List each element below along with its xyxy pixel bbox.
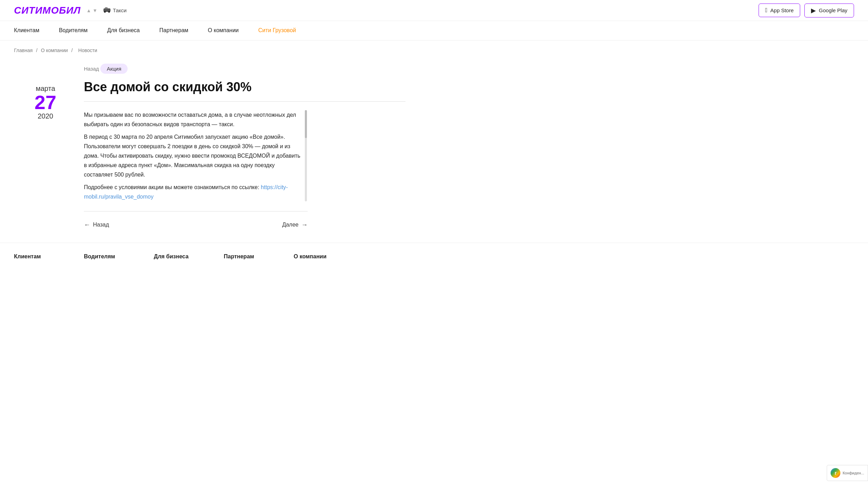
- taxi-label: Такси: [113, 7, 127, 13]
- nav-item-partners[interactable]: Партнерам: [150, 21, 198, 41]
- article-tag-badge[interactable]: Акция: [100, 64, 128, 74]
- scrollbar-track: [305, 110, 307, 201]
- arrow-down-icon: ▼: [93, 8, 98, 13]
- breadcrumb-home[interactable]: Главная: [14, 48, 33, 53]
- nav-item-company[interactable]: О компании: [198, 21, 249, 41]
- footer-col-business-title[interactable]: Для бизнеса: [154, 253, 224, 260]
- footer-col-drivers: Водителям: [84, 253, 154, 260]
- svg-rect-1: [105, 7, 108, 9]
- content-wrapper: марта 27 2020 Назад Акция Все домой со с…: [0, 57, 419, 243]
- nav-item-drivers[interactable]: Водителям: [49, 21, 97, 41]
- footer-nav: Клиентам Водителям Для бизнеса Партнерам…: [0, 243, 868, 270]
- googleplay-button[interactable]: ▶ Google Play: [804, 3, 854, 17]
- logo-siti: СИТИ: [14, 5, 43, 16]
- footer-col-business: Для бизнеса: [154, 253, 224, 260]
- article-paragraph-3-text: Подробнее с условиями акции вы можете оз…: [84, 184, 261, 190]
- breadcrumb-company[interactable]: О компании: [41, 48, 68, 53]
- taxi-button[interactable]: Такси: [103, 7, 127, 14]
- article-paragraph-3: Подробнее с условиями акции вы можете оз…: [84, 182, 301, 201]
- date-day: 27: [14, 93, 77, 112]
- nav-item-freight[interactable]: Сити Грузовой: [249, 21, 306, 41]
- header-right:  App Store ▶ Google Play: [759, 3, 854, 17]
- appstore-label: App Store: [770, 7, 794, 13]
- logo-arrows[interactable]: ▲ ▼: [86, 8, 98, 13]
- googleplay-label: Google Play: [819, 7, 847, 13]
- article-divider-top: [84, 101, 406, 102]
- arrow-left-icon: [84, 221, 90, 229]
- logo-mobil: МОБИЛ: [43, 5, 81, 16]
- back-link-top[interactable]: Назад: [84, 66, 99, 72]
- googleplay-icon: ▶: [811, 7, 816, 14]
- date-column: марта 27 2020: [14, 64, 77, 229]
- taxi-icon: [103, 7, 111, 14]
- appstore-button[interactable]:  App Store: [759, 3, 800, 17]
- apple-icon: : [765, 7, 768, 14]
- footer-col-company-title[interactable]: О компании: [294, 253, 364, 260]
- breadcrumb-sep2: /: [71, 48, 74, 53]
- nav-item-clients[interactable]: Клиентам: [14, 21, 49, 41]
- footer-col-company: О компании: [294, 253, 364, 260]
- article-navigation: Назад Далее: [84, 221, 308, 229]
- article-title: Все домой со скидкой 30%: [84, 79, 406, 94]
- footer-col-drivers-title[interactable]: Водителям: [84, 253, 154, 260]
- footer-col-clients-title[interactable]: Клиентам: [14, 253, 84, 260]
- footer-col-partners-title[interactable]: Партнерам: [224, 253, 294, 260]
- breadcrumb: Главная / О компании / Новости: [0, 41, 868, 57]
- breadcrumb-news: Новости: [78, 48, 97, 53]
- article-paragraph-2: В период с 30 марта по 20 апреля Ситимоб…: [84, 132, 301, 180]
- article-body-inner: Мы призываем вас по возможности оставать…: [84, 110, 301, 201]
- footer-col-partners: Партнерам: [224, 253, 294, 260]
- article-column: Назад Акция Все домой со скидкой 30% Мы …: [77, 64, 406, 229]
- site-header: СИТИМОБИЛ ▲ ▼ Такси  App Store ▶ Go: [0, 0, 868, 21]
- back-button-label: Назад: [93, 222, 109, 228]
- scrollbar-thumb[interactable]: [305, 110, 307, 138]
- next-button[interactable]: Далее: [282, 221, 308, 229]
- arrow-right-icon: [301, 221, 308, 229]
- article-paragraph-1: Мы призываем вас по возможности оставать…: [84, 110, 301, 129]
- footer-col-clients: Клиентам: [14, 253, 84, 260]
- header-left: СИТИМОБИЛ ▲ ▼ Такси: [14, 5, 127, 16]
- back-button[interactable]: Назад: [84, 221, 109, 229]
- breadcrumb-sep1: /: [36, 48, 39, 53]
- date-year: 2020: [14, 112, 77, 120]
- article-divider-bottom: [84, 211, 308, 211]
- arrow-up-icon: ▲: [86, 8, 91, 13]
- article-body: Мы призываем вас по возможности оставать…: [84, 110, 301, 201]
- site-logo[interactable]: СИТИМОБИЛ: [14, 5, 81, 16]
- next-button-label: Далее: [282, 222, 299, 228]
- main-nav: Клиентам Водителям Для бизнеса Партнерам…: [0, 21, 868, 41]
- nav-item-business[interactable]: Для бизнеса: [97, 21, 149, 41]
